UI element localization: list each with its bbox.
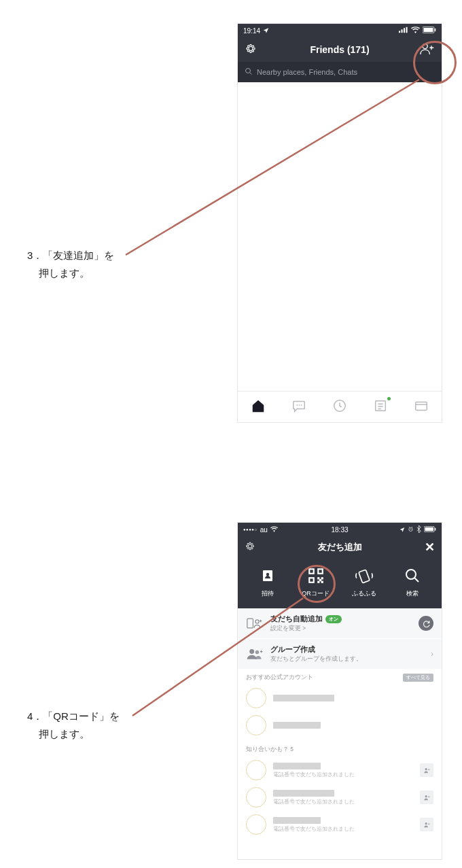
step3-line2: 押します。 (39, 267, 90, 279)
svg-rect-24 (319, 570, 321, 572)
avatar-placeholder-icon (246, 760, 266, 780)
tab-chats[interactable] (291, 398, 306, 416)
phone2-addfriends-screen: ●●●●○ au 18:33 友だち追加 ✕ (238, 523, 442, 859)
svg-rect-6 (435, 29, 436, 32)
group-icon (246, 645, 264, 663)
addfriends-options: 招待 QRコード ふるふる (238, 558, 442, 608)
auto-add-icon (246, 614, 264, 632)
row-auto-add[interactable]: 友だち自動追加 オン 設定を変更 > (238, 608, 442, 639)
gear-icon[interactable] (245, 43, 257, 57)
option-qrcode[interactable]: QRコード (296, 566, 336, 598)
step3-line1: 「友達追加」を (43, 249, 114, 261)
avatar-placeholder-icon (246, 787, 266, 808)
step3-number: 3． (27, 249, 43, 261)
row-create-group[interactable]: グループ作成 友だちとグループを作成します。 › (238, 639, 442, 670)
svg-point-36 (249, 649, 254, 654)
qrcode-icon (306, 566, 325, 585)
group-title: グループ作成 (270, 644, 315, 655)
svg-rect-26 (310, 578, 313, 581)
addfriends-header: 友だち追加 ✕ (238, 536, 442, 558)
redacted-name (273, 790, 334, 797)
tab-wallet[interactable] (414, 398, 429, 416)
tab-home[interactable] (251, 398, 266, 416)
chevron-right-icon: › (431, 649, 433, 659)
maybe-item[interactable]: 電話番号で友だち追加されました (238, 784, 442, 811)
svg-rect-18 (435, 527, 436, 530)
see-all-button[interactable]: すべて見る (403, 674, 433, 682)
location-arrow-icon (263, 27, 269, 35)
search-icon (403, 566, 422, 585)
friends-header: Friends (171) (238, 37, 442, 62)
svg-point-9 (296, 404, 298, 406)
add-friend-icon[interactable] (420, 42, 435, 58)
search-bar[interactable]: Nearby places, Friends, Chats (238, 62, 442, 82)
gear-icon[interactable] (245, 541, 255, 554)
add-friend-small-button[interactable] (420, 818, 433, 831)
svg-rect-3 (406, 27, 408, 33)
recommended-item[interactable] (238, 684, 442, 712)
option-invite-label: 招待 (262, 589, 274, 598)
location-arrow-icon (399, 526, 405, 534)
carrier-signal-dots: ●●●●○ (243, 527, 257, 532)
statusbar: 19:14 (238, 24, 442, 37)
svg-rect-31 (319, 578, 321, 580)
redacted-name (273, 817, 321, 824)
svg-rect-0 (399, 31, 400, 33)
auto-add-title: 友だち自動追加 (270, 614, 323, 624)
svg-point-37 (255, 650, 260, 655)
svg-point-35 (255, 620, 259, 623)
badge-on: オン (325, 615, 342, 623)
close-icon[interactable]: ✕ (425, 541, 435, 553)
redacted-name (273, 695, 334, 701)
avatar-placeholder-icon (246, 715, 266, 735)
signal-icon (399, 27, 408, 35)
tab-timeline[interactable] (332, 398, 347, 416)
battery-icon (424, 526, 436, 534)
svg-rect-2 (404, 28, 405, 33)
maybe-title: 知り合いかも？ 5 (246, 746, 294, 754)
svg-point-20 (266, 572, 268, 575)
phone1-friends-screen: 19:14 Friends (171) (238, 24, 442, 422)
carrier-label: au (260, 526, 268, 534)
svg-point-11 (301, 404, 302, 406)
maybe-item[interactable]: 電話番号で友だち追加されました (238, 757, 442, 784)
battery-icon (423, 27, 436, 35)
step4-caption: 4．「QRコード」を 押します。 (27, 708, 120, 742)
option-qr-label: QRコード (302, 589, 330, 598)
svg-point-38 (425, 768, 427, 770)
group-sub: 友だちとグループを作成します。 (270, 655, 424, 663)
svg-rect-32 (358, 570, 369, 583)
svg-point-33 (406, 570, 416, 579)
svg-rect-17 (425, 527, 433, 531)
tab-news[interactable] (373, 398, 388, 416)
header-title: Friends (171) (310, 44, 369, 55)
option-search[interactable]: 検索 (392, 566, 433, 598)
auto-add-sub: 設定を変更 > (270, 625, 412, 633)
avatar-placeholder-icon (246, 688, 266, 708)
step4-line2: 押します。 (39, 728, 90, 740)
option-search-label: 検索 (406, 589, 419, 598)
maybe-item[interactable]: 電話番号で友だち追加されました (238, 811, 442, 838)
svg-point-7 (423, 44, 427, 49)
recommended-item[interactable] (238, 712, 442, 739)
add-friend-small-button[interactable] (420, 763, 433, 777)
wifi-icon (411, 27, 420, 35)
option-invite[interactable]: 招待 (247, 566, 288, 598)
shake-icon (355, 566, 374, 585)
added-via-phone-note: 電話番号で友だち追加されました (273, 771, 413, 778)
alarm-icon (408, 526, 414, 534)
bluetooth-icon (416, 525, 421, 534)
section-recommended-header: おすすめ公式アカウント すべて見る (238, 670, 442, 684)
notification-dot-icon (387, 397, 391, 400)
step4-number: 4． (27, 710, 43, 722)
sync-button[interactable] (419, 616, 433, 631)
invite-icon (258, 566, 277, 585)
redacted-name (273, 722, 321, 729)
add-friend-small-button[interactable] (420, 791, 433, 804)
statusbar: ●●●●○ au 18:33 (238, 523, 442, 536)
option-shake[interactable]: ふるふる (344, 566, 385, 598)
option-shake-label: ふるふる (352, 589, 376, 598)
svg-point-39 (425, 795, 427, 797)
wifi-icon (270, 526, 278, 534)
svg-point-10 (299, 404, 300, 406)
